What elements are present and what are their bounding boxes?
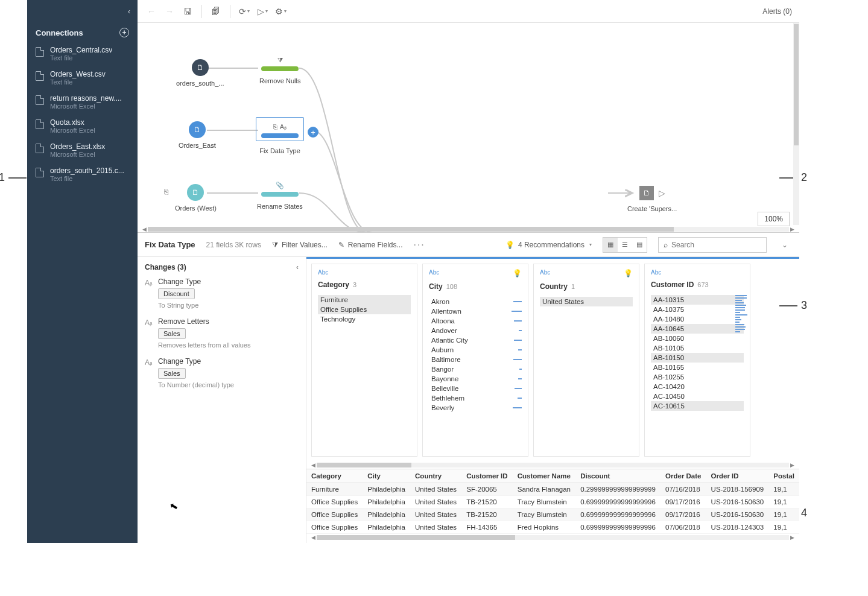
file-icon bbox=[36, 144, 44, 153]
more-actions-button[interactable]: ··· bbox=[413, 239, 425, 250]
output-node[interactable]: 🗋 ▷ Create 'Supers... bbox=[627, 186, 677, 212]
add-step-button[interactable]: + bbox=[308, 127, 318, 138]
connection-item[interactable]: return reasons_new....Microsoft Excel bbox=[27, 90, 138, 115]
profile-value[interactable]: AC-10615 bbox=[651, 401, 744, 411]
profile-value[interactable]: AB-10060 bbox=[651, 334, 744, 343]
filter-icon: ⧩ bbox=[277, 56, 283, 64]
column-header[interactable]: City bbox=[363, 469, 410, 483]
profile-value[interactable]: Baltimore bbox=[429, 355, 463, 364]
profile-card[interactable]: Abc💡City108AkronAllentownAltoonaAndoverA… bbox=[422, 264, 528, 457]
column-header[interactable]: Postal bbox=[768, 469, 799, 483]
flow-canvas[interactable]: 🗋 orders_south_... 🗋 Orders_East ⎘ 🗋 Ord… bbox=[138, 23, 799, 233]
column-header[interactable]: Country bbox=[410, 469, 461, 483]
profile-value[interactable]: AA-10315 bbox=[651, 295, 744, 305]
connection-item[interactable]: Orders_East.xlsxMicrosoft Excel bbox=[27, 139, 138, 163]
profile-value[interactable]: Andover bbox=[429, 326, 460, 335]
change-item[interactable]: AᵦChange TypeDiscountTo String type bbox=[145, 277, 299, 309]
refresh-button[interactable]: ⟳▾ bbox=[238, 5, 251, 18]
profile-value[interactable]: United States bbox=[540, 297, 633, 306]
profile-value[interactable]: AB-10105 bbox=[651, 343, 744, 353]
connection-item[interactable]: Orders_West.csvText file bbox=[27, 66, 138, 90]
step-fix-data-type[interactable]: ⎘Aᵦ + Fix Data Type bbox=[256, 117, 304, 154]
settings-button[interactable]: ⚙▾ bbox=[274, 5, 287, 18]
profile-value[interactable]: AA-10645 bbox=[651, 324, 744, 334]
profile-value[interactable]: Bayonne bbox=[429, 374, 461, 384]
profiles-hscroll[interactable]: ◀▶ bbox=[306, 461, 799, 469]
alerts-indicator[interactable]: Alerts (0) bbox=[762, 7, 792, 16]
column-header[interactable]: Category bbox=[306, 469, 363, 483]
back-button[interactable]: ← bbox=[145, 5, 158, 18]
filter-values-button[interactable]: ⧩Filter Values... bbox=[272, 241, 328, 249]
profile-card[interactable]: AbcCategory3FurnitureOffice SuppliesTech… bbox=[311, 264, 417, 457]
file-icon bbox=[36, 47, 44, 57]
save-button[interactable]: 🖫 bbox=[181, 5, 194, 18]
collapse-changes-button[interactable]: ‹ bbox=[296, 263, 299, 271]
input-node-orders-south[interactable]: 🗋 orders_south_... bbox=[176, 59, 224, 87]
profile-value[interactable]: Furniture bbox=[318, 295, 411, 305]
change-item[interactable]: AᵦChange TypeSalesTo Number (decimal) ty… bbox=[145, 357, 299, 388]
collapse-sidebar-button[interactable]: ‹ bbox=[128, 7, 130, 16]
grid-view-button[interactable]: ▤ bbox=[632, 238, 647, 252]
add-connection-button[interactable]: + bbox=[119, 28, 129, 37]
profile-value[interactable]: AC-10450 bbox=[651, 392, 744, 401]
profile-value[interactable]: Belleville bbox=[429, 384, 461, 393]
profile-card[interactable]: Abc💡Country1United States bbox=[533, 264, 639, 457]
mini-bar bbox=[518, 398, 522, 399]
profile-value[interactable]: AB-10165 bbox=[651, 363, 744, 372]
forward-button[interactable]: → bbox=[163, 5, 176, 18]
profile-value[interactable]: AA-10375 bbox=[651, 305, 744, 314]
column-header[interactable]: Order ID bbox=[706, 469, 769, 483]
connection-item[interactable]: Quota.xlsxMicrosoft Excel bbox=[27, 115, 138, 139]
profile-value[interactable]: Auburn bbox=[429, 345, 456, 355]
search-box[interactable]: ⌕ bbox=[658, 237, 767, 253]
profile-view-button[interactable]: ▦ bbox=[603, 238, 618, 252]
run-output-button[interactable]: ▷ bbox=[659, 188, 665, 198]
publish-button[interactable]: 🗐 bbox=[209, 5, 223, 18]
profile-value[interactable]: Office Supplies bbox=[318, 305, 411, 314]
type-icon: Aᵦ bbox=[280, 123, 287, 131]
profile-value[interactable]: AB-10150 bbox=[651, 353, 744, 363]
input-node-orders-west[interactable]: ⎘ 🗋 Orders (West) bbox=[175, 184, 217, 212]
profile-value[interactable]: Technology bbox=[318, 314, 411, 324]
list-view-button[interactable]: ☰ bbox=[618, 238, 632, 252]
field-name: Category bbox=[318, 281, 349, 289]
profile-value[interactable]: Atlantic City bbox=[429, 335, 470, 345]
profile-value[interactable]: AB-10255 bbox=[651, 372, 744, 382]
search-input[interactable] bbox=[671, 241, 762, 249]
change-item[interactable]: AᵦRemove LettersSalesRemoves letters fro… bbox=[145, 317, 299, 349]
run-flow-button[interactable]: ▷▾ bbox=[256, 5, 269, 18]
profile-value[interactable]: AA-10480 bbox=[651, 314, 744, 324]
step-remove-nulls[interactable]: ⧩ Remove Nulls bbox=[259, 54, 300, 84]
rename-fields-button[interactable]: ✎Rename Fields... bbox=[338, 241, 403, 249]
recommendations-button[interactable]: 💡4 Recommendations▾ bbox=[505, 241, 592, 249]
profile-value[interactable]: Beverly bbox=[429, 403, 457, 413]
table-row[interactable]: Office SuppliesPhiladelphiaUnited States… bbox=[306, 509, 799, 521]
profile-value[interactable]: Bethlehem bbox=[429, 393, 467, 403]
connection-item[interactable]: orders_south_2015.c...Text file bbox=[27, 163, 138, 187]
profile-value[interactable]: Altoona bbox=[429, 316, 457, 326]
table-row[interactable]: Office SuppliesPhiladelphiaUnited States… bbox=[306, 496, 799, 509]
canvas-vscroll[interactable] bbox=[793, 23, 799, 225]
table-cell: 0.699999999999999996 bbox=[575, 509, 661, 521]
zoom-indicator[interactable]: 100% bbox=[758, 212, 790, 226]
profile-card[interactable]: AbcCustomer ID673AA-10315AA-10375AA-1048… bbox=[644, 264, 750, 457]
column-header[interactable]: Customer Name bbox=[513, 469, 575, 483]
profile-value[interactable]: Allentown bbox=[429, 306, 464, 316]
column-header[interactable]: Discount bbox=[575, 469, 661, 483]
input-node-orders-east[interactable]: 🗋 Orders_East bbox=[179, 121, 216, 149]
step-rename-states[interactable]: 📎 Rename States bbox=[257, 180, 303, 210]
column-header[interactable]: Customer ID bbox=[461, 469, 513, 483]
table-row[interactable]: FurniturePhiladelphiaUnited StatesSF-200… bbox=[306, 483, 799, 496]
column-header[interactable]: Order Date bbox=[661, 469, 706, 483]
bulb-icon[interactable]: 💡 bbox=[624, 269, 633, 277]
clip-icon: 📎 bbox=[276, 182, 284, 189]
connection-item[interactable]: Orders_Central.csvText file bbox=[27, 42, 138, 66]
bulb-icon[interactable]: 💡 bbox=[513, 269, 522, 277]
profile-value[interactable]: Akron bbox=[429, 297, 452, 306]
canvas-hscroll[interactable]: ◀▶ bbox=[141, 226, 796, 232]
expand-button[interactable]: ⌄ bbox=[778, 238, 792, 252]
table-row[interactable]: Office SuppliesPhiladelphiaUnited States… bbox=[306, 521, 799, 534]
grid-hscroll[interactable]: ◀▶ bbox=[306, 534, 799, 541]
profile-value[interactable]: AC-10420 bbox=[651, 382, 744, 392]
profile-value[interactable]: Bangor bbox=[429, 364, 456, 374]
